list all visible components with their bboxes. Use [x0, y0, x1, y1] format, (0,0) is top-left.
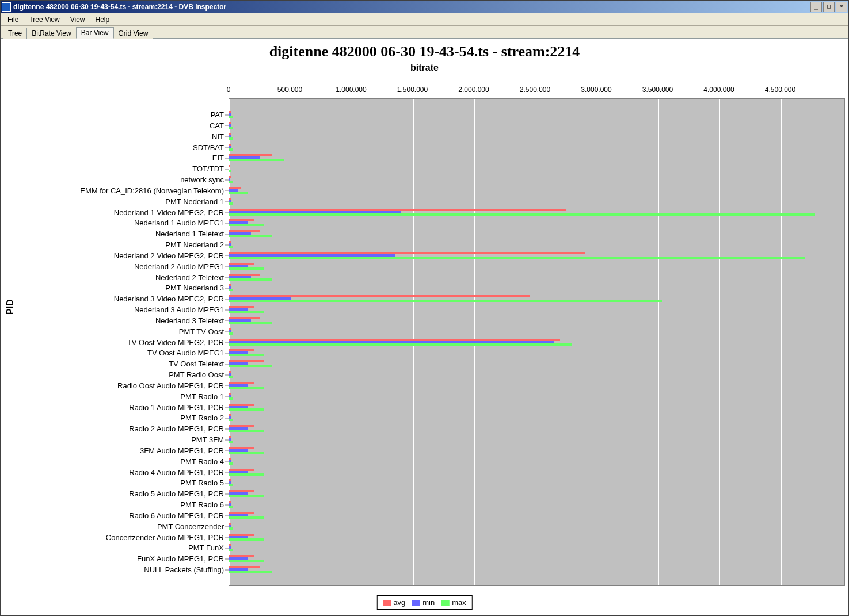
x-tick-label: 4.000.000: [703, 86, 734, 94]
bar-max: [229, 506, 233, 508]
y-category-label: EIT: [212, 154, 224, 162]
swatch-max-icon: [441, 600, 450, 606]
bar-max: [229, 192, 248, 194]
bar-max: [229, 527, 233, 530]
x-tick-label: 1.000.000: [336, 86, 366, 94]
legend: avg min max: [376, 595, 472, 610]
y-category-label: PMT Radio Oost: [169, 370, 224, 379]
x-tick-label: 3.500.000: [642, 86, 673, 94]
tab-bar: Tree BitRate View Bar View Grid View: [1, 26, 848, 39]
y-axis-labels: PATCATNITSDT/BATEITTOT/TDTnetwork syncEM…: [1, 98, 224, 586]
y-category-label: Nederland 1 Audio MPEG1: [134, 219, 224, 227]
y-category-label: PMT Nederland 2: [165, 240, 224, 249]
y-category-label: Radio 1 Audio MPEG1, PCR: [129, 403, 224, 411]
bar-max: [229, 127, 233, 129]
menu-treeview[interactable]: Tree View: [24, 14, 64, 25]
y-category-label: PMT Radio 6: [180, 500, 224, 509]
chart-title: digitenne 482000 06-30 19-43-54.ts - str…: [1, 39, 848, 63]
bar-max: [229, 365, 272, 367]
bar-max: [229, 441, 233, 443]
tab-grid[interactable]: Grid View: [113, 28, 154, 39]
menu-file[interactable]: File: [3, 14, 23, 25]
bar-max: [229, 560, 264, 562]
bar-max: [229, 419, 233, 421]
y-category-label: Radio Oost Audio MPEG1, PCR: [117, 381, 224, 389]
bar-max: [229, 430, 264, 432]
minimize-button[interactable]: _: [810, 2, 822, 12]
swatch-avg-icon: [383, 600, 391, 606]
bar-max: [229, 408, 264, 411]
menu-bar: File Tree View View Help: [1, 13, 848, 26]
y-category-label: network sync: [180, 175, 224, 184]
y-category-label: EMM for CA_ID:2816 (Norwegian Telekom): [80, 186, 224, 194]
bar-max: [229, 549, 233, 551]
bar-max: [229, 116, 233, 118]
x-axis: 0500.0001.000.0001.500.0002.000.0002.500…: [229, 86, 845, 97]
bar-max: [229, 170, 231, 172]
bar-max: [229, 473, 264, 476]
y-category-label: Nederland 3 Video MPEG2, PCR: [114, 294, 224, 303]
y-category-label: PMT Radio 1: [180, 392, 224, 400]
menu-help[interactable]: Help: [91, 14, 115, 25]
bar-max: [229, 224, 264, 226]
y-category-label: Concertzender Audio MPEG1, PCR: [106, 533, 224, 541]
y-category-label: Nederland 1 Teletext: [155, 229, 224, 238]
x-tick-label: 1.500.000: [397, 86, 428, 94]
bar-max: [229, 159, 284, 161]
y-category-label: PMT 3FM: [191, 435, 224, 444]
y-category-label: PMT Concertzender: [157, 522, 224, 530]
bar-max: [229, 571, 272, 573]
bar-max: [229, 278, 272, 281]
y-category-label: TV Oost Teletext: [169, 359, 224, 368]
y-category-label: Nederland 2 Audio MPEG1: [134, 262, 224, 270]
y-category-label: PMT Nederland 3: [165, 284, 224, 292]
y-category-label: NIT: [212, 132, 224, 140]
bar-max: [229, 462, 233, 465]
y-category-label: PMT FunX: [188, 544, 224, 552]
y-category-label: NULL Packets (Stuffing): [144, 565, 224, 574]
tab-bitrate[interactable]: BitRate View: [26, 28, 76, 39]
x-tick-label: 2.500.000: [520, 86, 550, 94]
y-category-label: Radio 5 Audio MPEG1, PCR: [129, 489, 224, 498]
bar-max: [229, 246, 233, 248]
bar-max: [229, 343, 572, 346]
tab-tree[interactable]: Tree: [3, 28, 27, 39]
y-category-label: PMT Nederland 1: [165, 197, 224, 205]
bar-max: [229, 300, 662, 302]
bar-max: [229, 322, 272, 324]
y-category-label: Nederland 1 Video MPEG2, PCR: [114, 208, 224, 216]
y-category-label: TOT/TDT: [192, 164, 224, 173]
y-category-label: 3FM Audio MPEG1, PCR: [140, 446, 224, 454]
tab-bar-view[interactable]: Bar View: [76, 27, 114, 39]
bar-max: [229, 289, 233, 291]
y-category-label: Radio 6 Audio MPEG1, PCR: [129, 511, 224, 519]
plot-wrap: 0500.0001.000.0001.500.0002.000.0002.500…: [1, 86, 845, 586]
bar-max: [229, 376, 233, 378]
y-category-label: SDT/BAT: [193, 143, 224, 151]
maximize-button[interactable]: □: [823, 2, 835, 12]
bar-max: [229, 354, 264, 356]
chart-canvas: digitenne 482000 06-30 19-43-54.ts - str…: [1, 39, 848, 615]
y-category-label: Radio 2 Audio MPEG1, PCR: [129, 424, 224, 433]
bar-max: [229, 452, 264, 454]
bar-max: [229, 495, 264, 497]
bar-max: [229, 516, 264, 519]
close-button[interactable]: ×: [836, 2, 847, 12]
bar-max: [229, 332, 233, 335]
y-category-label: Nederland 2 Video MPEG2, PCR: [114, 251, 224, 259]
y-category-label: Nederland 3 Teletext: [155, 316, 224, 324]
swatch-min-icon: [412, 600, 420, 606]
y-category-label: Radio 4 Audio MPEG1, PCR: [129, 468, 224, 476]
bar-max: [229, 484, 233, 486]
bar-max: [229, 137, 233, 140]
bar-max: [229, 202, 233, 205]
menu-view[interactable]: View: [66, 14, 90, 25]
x-tick-label: 0: [227, 86, 231, 94]
bar-max: [229, 257, 805, 259]
y-category-label: PMT Radio 4: [180, 457, 224, 465]
bar-max: [229, 387, 264, 389]
bar-max: [229, 267, 264, 270]
y-category-label: FunX Audio MPEG1, PCR: [137, 554, 224, 563]
y-category-label: Nederland 2 Teletext: [155, 273, 224, 281]
bar-avg: [229, 165, 230, 167]
